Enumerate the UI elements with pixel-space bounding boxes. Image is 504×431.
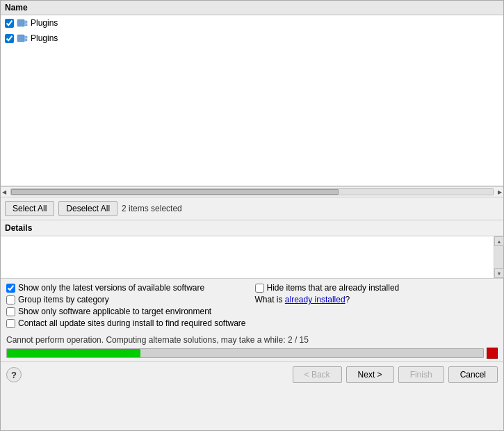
already-installed-link[interactable]: already installed: [285, 295, 346, 304]
svg-rect-5: [24, 39, 27, 41]
next-button[interactable]: Next >: [346, 366, 394, 383]
item-label-2: Plugins: [31, 33, 58, 43]
item-checkbox-1[interactable]: [5, 19, 14, 28]
svg-rect-1: [24, 21, 27, 23]
progress-track: [6, 348, 484, 358]
svg-rect-2: [24, 24, 27, 26]
option-target-env-checkbox[interactable]: [6, 307, 15, 316]
selection-bar: Select All Deselect All 2 items selected: [1, 197, 503, 220]
details-header: Details: [1, 220, 503, 236]
footer: ? < Back Next > Finish Cancel: [1, 361, 503, 387]
option-group-by-category: Group items by category: [6, 295, 250, 304]
details-scroll-up[interactable]: ▲: [494, 236, 504, 246]
option-target-env-label: Show only software applicable to target …: [18, 307, 211, 316]
list-item: Plugins: [1, 31, 503, 46]
option-hide-installed-label: Hide items that are already installed: [267, 283, 400, 293]
options-section: Show only the latest versions of availab…: [1, 279, 503, 332]
list-item: Plugins: [1, 15, 503, 31]
option-group-by-category-checkbox[interactable]: [6, 295, 15, 304]
scrollbar-thumb[interactable]: [11, 189, 339, 195]
scrollbar-track[interactable]: [10, 188, 494, 195]
option-target-env: Show only software applicable to target …: [6, 307, 250, 316]
details-scroll-down[interactable]: ▼: [494, 268, 504, 278]
selection-count: 2 items selected: [122, 204, 182, 213]
progress-fill: [7, 349, 140, 357]
status-text: Cannot perform operation. Computing alte…: [6, 335, 498, 345]
options-grid: Show only the latest versions of availab…: [6, 283, 498, 328]
progress-stop-button[interactable]: [487, 348, 498, 359]
plugin-icon-2: [17, 33, 28, 44]
back-button[interactable]: < Back: [293, 366, 342, 383]
software-list-section: Name Plugins: [1, 1, 503, 186]
svg-rect-0: [17, 19, 24, 26]
option-hide-installed-checkbox[interactable]: [255, 284, 264, 293]
progress-bar-container: [6, 348, 498, 359]
list-header: Name: [1, 1, 503, 15]
deselect-all-button[interactable]: Deselect All: [58, 201, 117, 216]
option-latest-versions: Show only the latest versions of availab…: [6, 283, 250, 293]
details-section: Details ▲ ▼: [1, 220, 503, 279]
main-dialog: Name Plugins: [0, 0, 504, 431]
option-hide-installed: Hide items that are already installed: [255, 283, 498, 293]
option-latest-versions-checkbox[interactable]: [6, 284, 15, 293]
svg-rect-4: [24, 36, 27, 38]
svg-rect-3: [17, 35, 24, 42]
select-all-button[interactable]: Select All: [5, 201, 54, 216]
list-body: Plugins Plugins: [1, 15, 503, 186]
cancel-button[interactable]: Cancel: [448, 366, 498, 383]
option-group-by-category-label: Group items by category: [18, 295, 109, 304]
option-contact-update-sites-checkbox[interactable]: [6, 319, 15, 328]
option-contact-update-sites-label: Contact all update sites during install …: [18, 318, 246, 328]
details-body: ▲ ▼: [1, 236, 503, 278]
option-already-installed-text: What is already installed?: [255, 295, 350, 304]
help-button[interactable]: ?: [6, 367, 22, 382]
status-section: Cannot perform operation. Computing alte…: [1, 332, 503, 361]
item-checkbox-2[interactable]: [5, 34, 14, 43]
scroll-right-arrow[interactable]: ▶: [498, 189, 502, 195]
plugin-icon-1: [17, 17, 28, 29]
horizontal-scrollbar[interactable]: ◀ ▶: [1, 186, 503, 197]
scroll-left-arrow[interactable]: ◀: [2, 189, 6, 195]
finish-button[interactable]: Finish: [398, 366, 444, 383]
option-latest-versions-label: Show only the latest versions of availab…: [18, 283, 204, 293]
details-scrollbar: ▲ ▼: [494, 236, 503, 278]
option-already-installed-link: What is already installed?: [255, 295, 498, 304]
option-contact-update-sites: Contact all update sites during install …: [6, 318, 250, 328]
item-label-1: Plugins: [31, 18, 58, 28]
